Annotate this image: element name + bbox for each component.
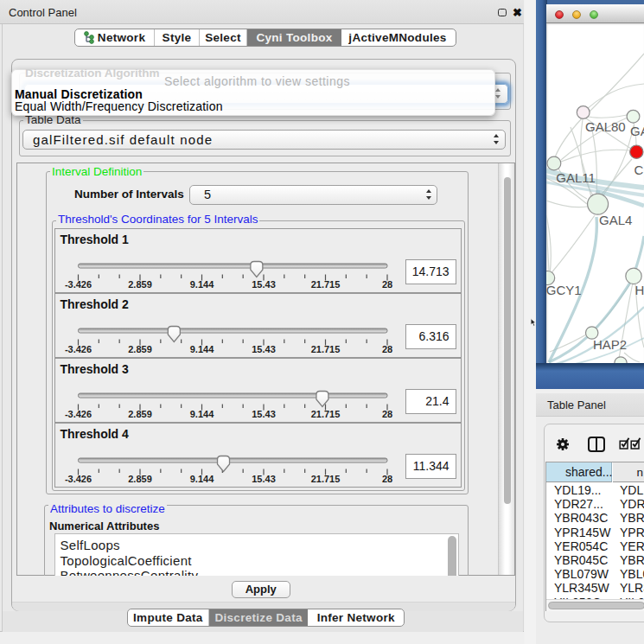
svg-text:2.859: 2.859 bbox=[128, 279, 152, 290]
svg-text:28: 28 bbox=[381, 279, 392, 290]
svg-text:15.43: 15.43 bbox=[252, 409, 276, 419]
svg-text:-3.426: -3.426 bbox=[64, 279, 91, 290]
svg-text:HAP2: HAP2 bbox=[593, 337, 627, 352]
svg-text:C: C bbox=[634, 163, 644, 177]
svg-text:21.715: 21.715 bbox=[310, 344, 340, 354]
svg-text:28: 28 bbox=[381, 474, 392, 484]
svg-text:28: 28 bbox=[381, 344, 392, 354]
svg-text:-3.426: -3.426 bbox=[64, 474, 91, 484]
svg-text:-3.426: -3.426 bbox=[64, 409, 91, 419]
svg-text:15.43: 15.43 bbox=[252, 279, 276, 290]
svg-text:21.715: 21.715 bbox=[310, 279, 340, 290]
svg-text:GAL80: GAL80 bbox=[585, 119, 626, 134]
svg-text:15.43: 15.43 bbox=[252, 474, 276, 484]
svg-text:-3.426: -3.426 bbox=[64, 344, 91, 354]
svg-text:21.715: 21.715 bbox=[310, 409, 340, 419]
svg-text:9.144: 9.144 bbox=[189, 409, 214, 419]
svg-text:9.144: 9.144 bbox=[189, 474, 214, 484]
svg-text:2.859: 2.859 bbox=[128, 409, 152, 419]
svg-text:9.144: 9.144 bbox=[189, 279, 214, 290]
svg-text:2.859: 2.859 bbox=[128, 344, 152, 354]
svg-text:9.144: 9.144 bbox=[189, 344, 214, 354]
svg-text:2.859: 2.859 bbox=[128, 474, 152, 484]
svg-text:GAL4: GAL4 bbox=[599, 213, 632, 227]
svg-text:28: 28 bbox=[381, 409, 392, 419]
svg-text:GCY1: GCY1 bbox=[546, 283, 582, 297]
svg-text:15.43: 15.43 bbox=[252, 344, 276, 354]
svg-text:H: H bbox=[635, 283, 644, 297]
svg-text:GA: GA bbox=[630, 124, 644, 138]
svg-text:GAL11: GAL11 bbox=[556, 170, 596, 185]
svg-text:21.715: 21.715 bbox=[310, 474, 340, 484]
